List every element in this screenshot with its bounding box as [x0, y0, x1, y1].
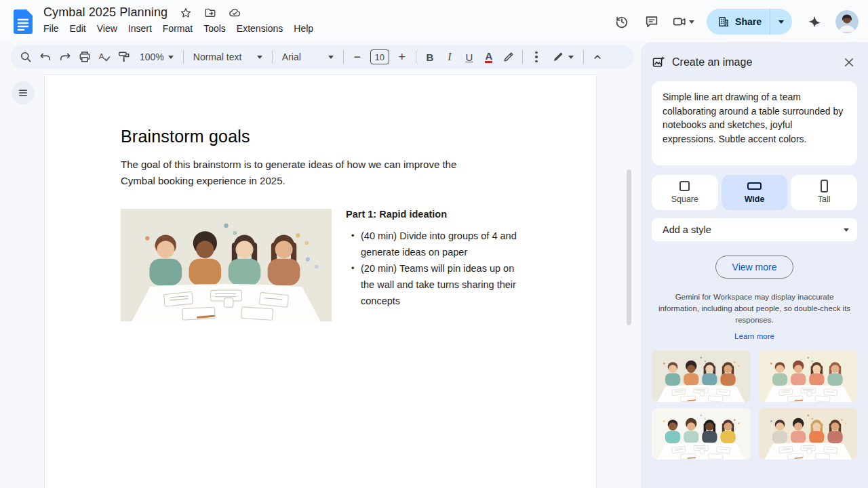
chevron-down-icon [168, 56, 174, 59]
aspect-option-tall[interactable]: Tall [791, 175, 857, 210]
menu-bar: File Edit View Insert Format Tools Exten… [38, 21, 319, 36]
chevron-down-icon [844, 228, 849, 232]
bullet-item: (20 min) Teams will pin ideas up on the … [346, 260, 524, 309]
view-more-button[interactable]: View more [715, 256, 794, 279]
spellcheck-icon[interactable]: A [95, 47, 114, 66]
editing-mode-select[interactable] [547, 47, 579, 66]
toolbar-divider [583, 50, 584, 64]
toolbar-divider [522, 50, 523, 64]
toolbar-divider [272, 50, 273, 64]
wide-icon [747, 182, 762, 190]
menu-help[interactable]: Help [288, 21, 319, 36]
toolbar: A 100% Normal text Arial − 10 + B I U A [11, 45, 634, 69]
font-size-input[interactable]: 10 [370, 49, 389, 64]
generated-image-thumbnail[interactable] [652, 408, 751, 460]
top-bar-actions: Share [609, 0, 868, 35]
document-right-column: Part 1: Rapid ideation (40 min) Divide i… [346, 207, 524, 309]
zoom-select[interactable]: 100% [134, 47, 179, 66]
underline-button[interactable]: U [460, 47, 479, 66]
chevron-down-icon [328, 56, 334, 59]
menu-file[interactable]: File [38, 21, 64, 36]
menu-edit[interactable]: Edit [64, 21, 92, 36]
panel-title: Create an image [672, 56, 834, 68]
aspect-ratio-options: Square Wide Tall [652, 175, 857, 210]
version-history-icon[interactable] [609, 9, 635, 34]
bullet-list: (40 min) Divide into groups of 4 and gen… [346, 228, 524, 309]
toolbar-divider [416, 50, 416, 64]
user-avatar[interactable] [835, 10, 859, 33]
decrease-font-size-button[interactable]: − [348, 47, 367, 66]
gemini-disclaimer: Gemini for Workspace may display inaccur… [652, 291, 857, 326]
aspect-option-square[interactable]: Square [652, 175, 718, 210]
font-family-select[interactable]: Arial [277, 47, 339, 66]
menu-view[interactable]: View [92, 21, 123, 36]
document-page[interactable]: Brainstorm goals The goal of this brains… [44, 75, 597, 488]
increase-font-size-button[interactable]: + [393, 47, 412, 66]
highlight-color-icon[interactable] [499, 47, 518, 66]
star-icon[interactable] [180, 7, 192, 19]
document-heading: Brainstorm goals [121, 127, 250, 146]
generated-image-thumbnail[interactable] [759, 408, 858, 460]
more-options-icon[interactable] [527, 47, 546, 66]
share-button-group: Share [707, 9, 792, 35]
chevron-down-icon [568, 56, 574, 59]
document-outline-button[interactable] [12, 81, 35, 104]
create-image-panel: Create an image Simple line art drawing … [641, 42, 868, 488]
tall-icon [821, 180, 828, 192]
section-title: Part 1: Rapid ideation [346, 207, 524, 222]
generated-image-thumbnail[interactable] [759, 350, 858, 402]
square-icon [679, 181, 690, 191]
document-title[interactable]: Cymbal 2025 Planning [43, 5, 167, 20]
panel-header: Create an image [652, 53, 857, 72]
document-inline-image[interactable] [121, 209, 332, 321]
menu-extensions[interactable]: Extensions [231, 21, 288, 36]
top-bar: Cymbal 2025 Planning File Edit View Inse… [0, 0, 868, 42]
learn-more-link[interactable]: Learn more [652, 332, 857, 340]
generated-image-thumbnail[interactable] [652, 350, 751, 402]
create-image-icon [652, 56, 665, 69]
print-icon[interactable] [75, 47, 94, 66]
cloud-saved-icon[interactable] [229, 7, 241, 19]
call-options-caret[interactable] [689, 20, 694, 24]
generated-images-grid [652, 350, 857, 460]
bullet-item: (40 min) Divide into groups of 4 and gen… [346, 228, 524, 260]
domain-icon [717, 16, 730, 28]
toolbar-divider [343, 50, 344, 64]
paint-format-icon[interactable] [115, 47, 134, 66]
add-style-select[interactable]: Add a style [652, 218, 857, 241]
menu-tools[interactable]: Tools [198, 21, 231, 36]
comments-icon[interactable] [639, 9, 665, 34]
paragraph-style-select[interactable]: Normal text [188, 47, 268, 66]
toolbar-divider [183, 50, 184, 64]
undo-icon[interactable] [36, 47, 55, 66]
share-button[interactable]: Share [707, 9, 770, 35]
chevron-down-icon [778, 20, 784, 24]
share-options-caret[interactable] [770, 9, 792, 35]
chevron-down-icon [257, 56, 262, 59]
hide-menus-icon[interactable] [588, 47, 607, 66]
search-icon[interactable] [16, 47, 35, 66]
menu-format[interactable]: Format [157, 21, 198, 36]
google-docs-app: Cymbal 2025 Planning File Edit View Inse… [0, 0, 868, 488]
document-paragraph: The goal of this brainstorm is to genera… [121, 157, 484, 189]
bold-button[interactable]: B [420, 47, 439, 66]
svg-text:A: A [99, 52, 104, 60]
italic-button[interactable]: I [440, 47, 459, 66]
redo-icon[interactable] [56, 47, 75, 66]
join-call-button[interactable] [669, 14, 697, 29]
image-prompt-input[interactable]: Simple line art drawing of a team collab… [652, 81, 857, 165]
google-docs-logo[interactable] [14, 9, 33, 34]
vertical-scrollbar[interactable] [627, 169, 631, 325]
text-color-button[interactable]: A [479, 47, 498, 66]
pen-icon [552, 51, 564, 63]
gemini-sparkle-icon[interactable] [802, 9, 827, 34]
move-folder-icon[interactable] [204, 7, 216, 19]
close-icon[interactable] [841, 54, 857, 70]
aspect-option-wide[interactable]: Wide [722, 175, 788, 210]
menu-insert[interactable]: Insert [123, 21, 157, 36]
title-block: Cymbal 2025 Planning File Edit View Inse… [43, 0, 319, 36]
